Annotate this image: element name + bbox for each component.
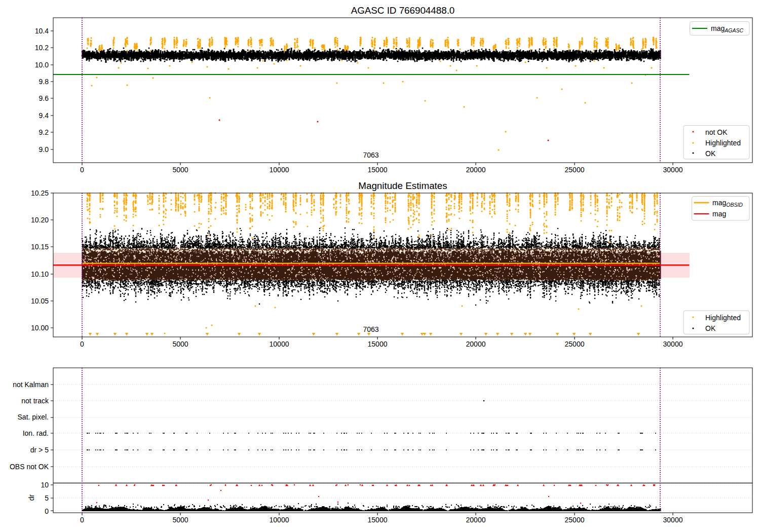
svg-text:5000: 5000: [172, 516, 188, 524]
svg-text:0: 0: [80, 166, 84, 174]
svg-text:10.20: 10.20: [31, 216, 49, 224]
svg-text:10.00: 10.00: [31, 324, 49, 332]
svg-text:9.6: 9.6: [39, 94, 49, 102]
svg-text:Sat. pixel.: Sat. pixel.: [18, 413, 49, 421]
svg-text:10000: 10000: [270, 516, 289, 524]
svg-text:0: 0: [45, 507, 49, 515]
svg-text:Ion. rad.: Ion. rad.: [23, 429, 49, 437]
svg-text:not track: not track: [21, 397, 49, 405]
svg-text:mag: mag: [712, 210, 726, 218]
svg-text:10000: 10000: [270, 166, 289, 174]
svg-text:25000: 25000: [565, 340, 585, 348]
svg-text:10: 10: [41, 481, 49, 489]
svg-text:5000: 5000: [172, 166, 188, 174]
svg-text:OBS not OK: OBS not OK: [10, 463, 49, 471]
svg-text:9.4: 9.4: [39, 111, 49, 120]
svg-text:30000: 30000: [663, 166, 683, 174]
svg-text:10.05: 10.05: [31, 297, 49, 305]
svg-text:not Kalman: not Kalman: [13, 381, 49, 389]
svg-text:15000: 15000: [368, 516, 388, 524]
svg-text:15000: 15000: [368, 340, 388, 348]
svg-text:dr: dr: [27, 494, 35, 501]
svg-text:Highlighted: Highlighted: [705, 314, 741, 322]
svg-text:not OK: not OK: [705, 128, 728, 136]
svg-text:OK: OK: [705, 324, 716, 332]
svg-text:20000: 20000: [466, 166, 486, 174]
svg-text:dr > 5: dr > 5: [30, 446, 49, 454]
svg-text:7063: 7063: [363, 325, 378, 333]
svg-text:Highlighted: Highlighted: [705, 139, 741, 147]
svg-text:30000: 30000: [663, 516, 683, 524]
svg-text:30000: 30000: [663, 340, 683, 348]
svg-text:10000: 10000: [270, 340, 289, 348]
svg-text:5: 5: [45, 494, 49, 502]
svg-text:25000: 25000: [565, 516, 585, 524]
svg-text:0: 0: [80, 516, 84, 524]
svg-text:5000: 5000: [172, 340, 188, 348]
svg-text:10.0: 10.0: [35, 61, 49, 69]
svg-text:20000: 20000: [466, 516, 486, 524]
svg-text:10.15: 10.15: [31, 243, 49, 251]
svg-text:20000: 20000: [466, 340, 486, 348]
svg-text:10.25: 10.25: [31, 189, 49, 197]
svg-text:10.10: 10.10: [31, 270, 49, 278]
svg-text:9.8: 9.8: [39, 78, 49, 86]
svg-text:15000: 15000: [368, 166, 388, 174]
svg-text:25000: 25000: [565, 166, 585, 174]
svg-text:7063: 7063: [363, 151, 378, 159]
svg-text:10.2: 10.2: [35, 44, 49, 52]
svg-text:9.2: 9.2: [39, 128, 49, 136]
svg-text:OK: OK: [705, 149, 716, 158]
svg-text:Magnitude Estimates: Magnitude Estimates: [358, 180, 447, 191]
svg-text:10.4: 10.4: [35, 27, 49, 35]
svg-text:9.0: 9.0: [39, 145, 49, 154]
svg-text:AGASC ID 766904488.0: AGASC ID 766904488.0: [351, 5, 455, 16]
svg-text:0: 0: [80, 340, 84, 348]
